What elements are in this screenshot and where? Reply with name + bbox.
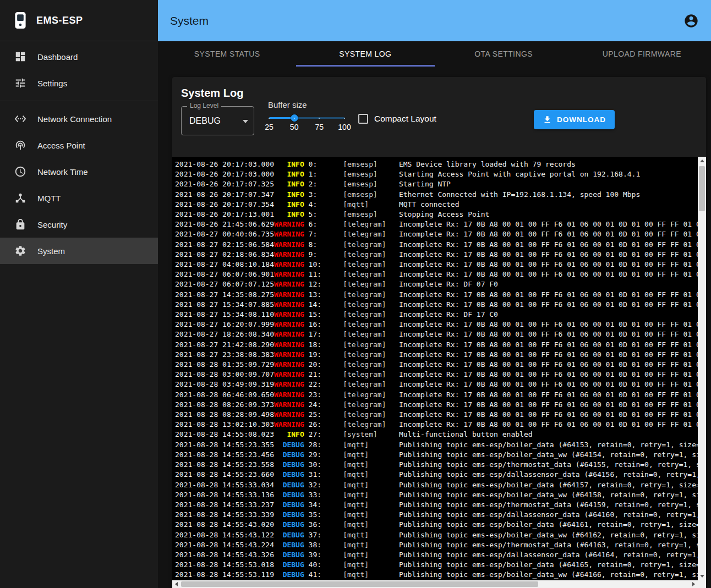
log-row: 2021-08-27 15:34:07.885WARNING14:[telegr… [175,300,698,310]
scroll-right-icon[interactable] [690,580,698,588]
log-index: 39: [309,550,343,560]
log-level: WARNING [274,310,304,320]
log-source: [telegram] [343,260,399,270]
log-timestamp: 2021-08-28 14:55:53.119 [175,570,274,580]
log-source: [telegram] [343,219,399,229]
compact-layout-checkbox[interactable] [358,114,368,124]
sidebar-item-label: Dashboard [37,52,78,62]
log-source: [mqtt] [343,460,399,470]
sidebar-item-network-time[interactable]: Network Time [0,158,158,185]
ethernet-icon [14,113,26,125]
horizontal-scrollbar[interactable] [172,580,698,588]
log-level: WARNING [274,290,304,300]
log-message: Incomplete Rx: 17 0B A8 00 01 00 FF F6 0… [399,400,698,410]
scroll-left-icon[interactable] [172,580,181,588]
log-index: 26: [309,420,343,430]
scroll-up-icon[interactable] [698,157,706,165]
scroll-down-icon[interactable] [698,572,706,580]
buffer-size-slider[interactable]: 255075100 [269,111,344,133]
log-index: 38: [309,540,343,550]
slider-mark-label: 50 [290,123,299,131]
log-source: [telegram] [343,410,399,420]
log-source: [telegram] [343,329,399,339]
lock-icon [14,218,26,230]
log-source: [system] [343,430,399,439]
log-level-select[interactable]: Log Level DEBUG [181,106,254,135]
log-level: DEBUG [274,470,304,480]
gear-icon [14,245,26,257]
log-timestamp: 2021-08-27 21:42:08.290 [175,340,274,350]
log-timestamp: 2021-08-27 15:34:08.110 [175,310,274,320]
log-row: 2021-08-26 20:17:07.347INFO3:[emsesp]Eth… [175,190,698,200]
sidebar-item-security[interactable]: Security [0,211,158,238]
log-source: [telegram] [343,320,399,329]
log-level: DEBUG [274,510,304,520]
log-index: 14: [309,300,343,310]
log-index: 1: [309,169,343,179]
log-message: Ethernet Connected with IP=192.168.1.134… [399,190,698,200]
log-timestamp: 2021-08-28 06:46:09.650 [175,390,274,400]
account-icon[interactable] [683,13,699,29]
tab-system-status[interactable]: SYSTEM STATUS [158,41,296,67]
log-index: 20: [309,360,343,370]
log-message: Incomplete Rx: 17 0B A8 00 01 00 FF F6 0… [399,270,698,279]
buffer-size-control: Buffer size 255075100 [268,100,359,133]
tab-system-log[interactable]: SYSTEM LOG [296,41,434,67]
log-level: WARNING [274,390,304,400]
vertical-scrollbar[interactable] [698,157,706,580]
main-area: System SYSTEM STATUSSYSTEM LOGOTA SETTIN… [158,0,711,588]
log-timestamp: 2021-08-28 14:55:23.660 [175,470,274,480]
log-message: Multi-functional button enabled [399,430,698,439]
log-index: 41: [309,570,343,580]
log-level: WARNING [274,370,304,380]
log-index: 25: [309,410,343,420]
log-timestamp: 2021-08-27 15:34:07.885 [175,300,274,310]
log-source: [telegram] [343,420,399,430]
dashboard-icon [14,51,26,63]
log-source: [mqtt] [343,570,399,580]
log-message: Publishing topic ems-esp/boiler_data_ww … [399,570,698,580]
sidebar-item-settings[interactable]: Settings [0,70,158,96]
log-index: 11: [309,270,343,279]
sidebar-item-mqtt[interactable]: MQTT [0,185,158,211]
log-row: 2021-08-27 15:34:08.110WARNING15:[telegr… [175,310,698,320]
log-row: 2021-08-26 20:17:03.000INFO0:[emsesp]EMS… [175,160,698,169]
log-row: 2021-08-28 14:55:08.023INFO27:[system]Mu… [175,430,698,439]
sidebar-item-system[interactable]: System [0,238,158,264]
log-timestamp: 2021-08-27 16:20:07.999 [175,320,274,329]
log-row: 2021-08-27 06:07:06.901WARNING11:[telegr… [175,270,698,279]
log-row: 2021-08-28 14:55:53.119DEBUG41:[mqtt]Pub… [175,570,698,580]
scrollbar-corner [698,580,706,588]
log-timestamp: 2021-08-26 20:17:07.325 [175,179,274,189]
download-button[interactable]: DOWNLOAD [534,110,615,129]
log-timestamp: 2021-08-26 20:17:03.000 [175,169,274,179]
log-level: WARNING [274,320,304,329]
log-timestamp: 2021-08-27 18:26:08.340 [175,329,274,339]
sidebar-item-network-connection[interactable]: Network Connection [0,106,158,132]
log-message: Incomplete Rx: 17 0B A8 00 01 00 FF F6 0… [399,260,698,270]
log-index: 31: [309,470,343,480]
log-console[interactable]: 2021-08-26 20:17:03.000INFO0:[emsesp]EMS… [172,157,698,580]
log-index: 36: [309,520,343,530]
tab-ota-settings[interactable]: OTA SETTINGS [435,41,573,67]
sidebar-item-dashboard[interactable]: Dashboard [0,43,158,70]
sidebar-item-access-point[interactable]: Access Point [0,132,158,158]
log-source: [telegram] [343,310,399,320]
log-index: 30: [309,460,343,470]
log-row: 2021-08-28 14:55:43.224DEBUG38:[mqtt]Pub… [175,540,698,550]
download-icon [543,115,552,124]
log-source: [mqtt] [343,540,399,550]
horizontal-scroll-thumb[interactable] [181,581,538,587]
vertical-scroll-thumb[interactable] [699,166,705,211]
log-message: Stopping Access Point [399,210,698,219]
log-timestamp: 2021-08-28 01:35:09.729 [175,360,274,370]
log-index: 13: [309,290,343,300]
tab-upload-firmware[interactable]: UPLOAD FIRMWARE [573,41,711,67]
log-row: 2021-08-26 20:17:03.000INFO1:[emsesp]Sta… [175,169,698,179]
log-timestamp: 2021-08-26 20:17:13.001 [175,210,274,219]
log-timestamp: 2021-08-26 20:17:07.347 [175,190,274,200]
log-row: 2021-08-27 16:20:07.999WARNING16:[telegr… [175,320,698,329]
slider-mark-label: 75 [315,123,324,131]
log-level: WARNING [274,279,304,289]
slider-mark [294,118,295,119]
